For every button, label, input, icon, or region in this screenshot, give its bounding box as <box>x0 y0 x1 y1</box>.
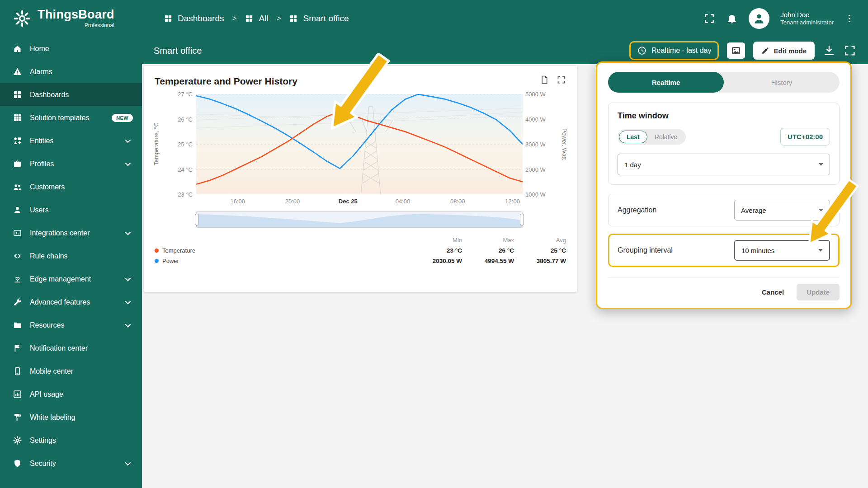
sidebar-item-settings[interactable]: Settings <box>0 429 142 452</box>
sidebar-item-alarms[interactable]: Alarms <box>0 60 142 83</box>
entities-icon <box>13 136 22 145</box>
logo-subtitle: Professional <box>85 22 114 28</box>
sidebar-item-mobile-center[interactable]: Mobile center <box>0 360 142 383</box>
chart-plot[interactable] <box>196 94 523 194</box>
y-axis-title-right: Power, Watt <box>561 94 568 194</box>
sidebar-item-label: Rule chains <box>30 252 133 260</box>
export-file-icon[interactable] <box>540 75 549 84</box>
cancel-button[interactable]: Cancel <box>754 284 792 300</box>
sidebar-item-edge-management[interactable]: Edge management <box>0 267 142 291</box>
security-shield-icon <box>13 459 22 468</box>
chevron-down-icon <box>125 322 131 328</box>
sidebar-item-label: Integrations center <box>30 229 118 237</box>
timewindow-button[interactable]: Realtime - last day <box>629 41 719 60</box>
dashboard-image-button[interactable] <box>727 42 745 59</box>
sidebar-item-customers[interactable]: Customers <box>0 175 142 198</box>
interval-select[interactable]: 1 day <box>618 154 830 175</box>
logo-title: ThingsBoard <box>38 9 114 21</box>
breadcrumb-item-smart-office[interactable]: Smart office <box>289 14 349 23</box>
update-button[interactable]: Update <box>797 284 840 300</box>
legend-item-power[interactable]: Power <box>155 258 410 264</box>
thingsboard-logo-icon <box>13 9 32 28</box>
range-handle-left[interactable] <box>195 214 199 225</box>
chevron-down-icon <box>818 249 823 252</box>
grouping-interval-select[interactable]: 10 minutes <box>734 240 830 261</box>
sidebar-item-rule-chains[interactable]: Rule chains <box>0 244 142 267</box>
fullscreen-icon[interactable] <box>844 44 856 57</box>
notification-center-icon <box>13 343 22 353</box>
clock-icon <box>637 46 647 56</box>
aggregation-select[interactable]: Average <box>734 200 830 221</box>
sidebar-item-dashboards[interactable]: Dashboards <box>0 83 142 106</box>
app-logo[interactable]: ThingsBoard Professional <box>0 9 136 28</box>
chevron-down-icon <box>125 460 131 466</box>
sidebar-item-users[interactable]: Users <box>0 198 142 221</box>
user-role: Tenant administrator <box>780 19 834 27</box>
range-handle-right[interactable] <box>520 214 524 225</box>
sidebar-item-profiles[interactable]: Profiles <box>0 152 142 175</box>
pencil-icon <box>761 47 769 55</box>
temperature-series-dot <box>155 249 159 253</box>
user-info[interactable]: John Doe Tenant administrator <box>780 10 834 27</box>
chart-series-canvas <box>196 94 523 194</box>
timewindow-label: Realtime - last day <box>651 47 712 55</box>
notifications-bell-icon[interactable] <box>726 13 738 24</box>
breadcrumb-item-all[interactable]: All <box>245 14 268 23</box>
sidebar-item-home[interactable]: Home <box>0 37 142 60</box>
edit-mode-label: Edit mode <box>774 47 807 55</box>
sidebar-item-entities[interactable]: Entities <box>0 129 142 152</box>
fullscreen-icon[interactable] <box>703 13 715 24</box>
chevron-down-icon <box>125 299 131 305</box>
legend-header-min: Min <box>410 237 462 244</box>
time-window-title: Time window <box>618 111 830 121</box>
avatar[interactable] <box>749 8 769 29</box>
sidebar-item-label: Dashboards <box>30 91 133 99</box>
person-icon <box>752 12 766 25</box>
range-selector-preview <box>197 212 522 227</box>
edit-mode-button[interactable]: Edit mode <box>753 42 815 60</box>
image-icon <box>731 46 741 56</box>
profiles-icon <box>13 159 22 169</box>
x-axis-ticks: 16:0020:00Dec 2504:0008:0012:00 <box>196 198 523 207</box>
tab-realtime[interactable]: Realtime <box>608 72 724 93</box>
sidebar-item-label: Notification center <box>30 344 133 352</box>
chevron-down-icon <box>819 163 823 166</box>
sidebar-item-notification-center[interactable]: Notification center <box>0 337 142 360</box>
rule-chains-icon <box>13 251 22 261</box>
sidebar-item-security[interactable]: Security <box>0 452 142 475</box>
export-download-icon[interactable] <box>823 44 835 57</box>
dashboards-icon <box>245 14 254 23</box>
home-icon <box>13 44 22 53</box>
legend-header-avg: Avg <box>514 237 566 244</box>
toggle-last[interactable]: Last <box>619 131 647 143</box>
sidebar-item-resources[interactable]: Resources <box>0 314 142 337</box>
breadcrumb-separator: > <box>232 14 236 23</box>
y-axis-ticks-left: 23 °C24 °C25 °C26 °C27 °C <box>164 94 193 194</box>
breadcrumb-item-dashboards[interactable]: Dashboards <box>164 14 224 23</box>
sidebar-item-api-usage[interactable]: API usage <box>0 383 142 406</box>
aggregation-label: Aggregation <box>618 206 656 214</box>
sidebar-item-white-labeling[interactable]: White labeling <box>0 406 142 429</box>
power-min-value: 2030.05 W <box>410 258 462 264</box>
widget-title: Temperature and Power History <box>155 72 297 87</box>
kebab-menu-icon[interactable] <box>844 13 854 24</box>
chart-range-selector[interactable] <box>196 211 523 228</box>
sidebar-item-advanced-features[interactable]: Advanced features <box>0 291 142 314</box>
breadcrumb-label: All <box>259 14 268 23</box>
mobile-center-icon <box>13 366 22 376</box>
sidebar-item-solution-templates[interactable]: Solution templatesNEW <box>0 106 142 129</box>
sidebar-item-label: Settings <box>30 436 133 445</box>
white-labeling-icon <box>13 413 22 422</box>
chevron-down-icon <box>125 137 131 143</box>
chart-widget: Temperature and Power History Temperatur… <box>144 66 577 292</box>
new-badge: NEW <box>112 114 133 122</box>
widget-fullscreen-icon[interactable] <box>557 75 566 84</box>
sidebar-item-integrations-center[interactable]: Integrations center <box>0 221 142 244</box>
app-header: ThingsBoard Professional Dashboards > Al… <box>0 0 868 37</box>
chevron-down-icon <box>125 230 131 235</box>
toggle-relative[interactable]: Relative <box>647 131 685 143</box>
timezone-button[interactable]: UTC+02:00 <box>780 128 830 145</box>
timewindow-tabs: Realtime History <box>608 72 840 93</box>
legend-item-temperature[interactable]: Temperature <box>155 247 410 254</box>
tab-history[interactable]: History <box>724 72 840 93</box>
